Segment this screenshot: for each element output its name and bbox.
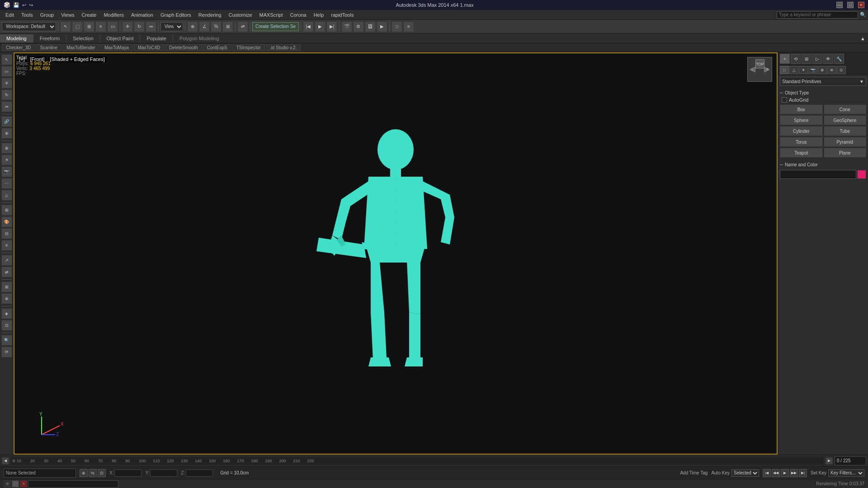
lt-select-btn[interactable]: ↖ xyxy=(1,54,12,65)
tab-modeling[interactable]: Modeling xyxy=(0,34,33,42)
plugin-tab-tsinspector[interactable]: TSInspector xyxy=(232,44,265,51)
menu-tools[interactable]: Tools xyxy=(18,11,37,19)
object-name-input[interactable] xyxy=(780,170,856,179)
maxscript-clear-btn[interactable]: ⊗ xyxy=(4,480,11,488)
lt-unlink-btn[interactable]: ⊗ xyxy=(1,128,12,139)
play-btn[interactable]: ▶ xyxy=(781,469,789,477)
subtab-helpers[interactable]: ⊕ xyxy=(818,66,827,74)
subtab-systems[interactable]: ⊙ xyxy=(837,66,846,74)
lt-named-sel-btn[interactable]: ◈ xyxy=(1,308,12,319)
reference-dropdown[interactable]: View xyxy=(160,22,183,31)
lt-snap-btn[interactable]: ⊕ xyxy=(1,293,12,304)
timeline-ruler[interactable]: 0 10 20 30 40 50 60 70 80 90 100 110 120… xyxy=(11,457,824,465)
hide-geometry-btn[interactable]: □ xyxy=(392,21,402,32)
primitives-dropdown-button[interactable]: Standard Primitives ▼ xyxy=(780,77,866,86)
mirror-btn[interactable]: ⇌ xyxy=(237,21,248,32)
tab-populate[interactable]: Populate xyxy=(140,34,173,42)
timeline-next-btn[interactable]: ▶ xyxy=(826,457,833,465)
create-selection-button[interactable]: Create Selection Se xyxy=(252,22,299,31)
playback-play-btn[interactable]: ▶ xyxy=(315,21,326,32)
menu-graph-editors[interactable]: Graph Editors xyxy=(157,11,195,19)
lt-schematic-btn[interactable]: ⊞ xyxy=(1,205,12,216)
rp-create-tab[interactable]: + xyxy=(780,54,790,64)
subtab-cameras[interactable]: 📷 xyxy=(808,66,817,74)
render-setup-btn[interactable]: ⚙ xyxy=(353,21,364,32)
rp-motion-tab[interactable]: ▷ xyxy=(812,54,822,64)
lt-move-btn[interactable]: ✛ xyxy=(1,78,12,89)
transform-type-btn[interactable]: ⊡ xyxy=(98,469,106,477)
rp-display-tab[interactable]: 👁 xyxy=(823,54,833,64)
object-type-header[interactable]: ─ Object Type xyxy=(780,89,866,96)
rp-modify-tab[interactable]: ⟲ xyxy=(791,54,801,64)
subtab-shapes[interactable]: △ xyxy=(789,66,798,74)
maxscript-close-btn[interactable]: ✕ xyxy=(20,480,27,488)
select-by-name-btn[interactable]: ≡ xyxy=(95,21,106,32)
next-frame-btn[interactable]: ▶▶ xyxy=(790,469,798,477)
prim-box-btn[interactable]: Box xyxy=(780,104,823,114)
prev-frame-btn[interactable]: ◀◀ xyxy=(772,469,780,477)
maximize-button[interactable]: □ xyxy=(847,2,854,8)
navigation-cube[interactable]: TOP L R xyxy=(747,57,772,82)
workspace-dropdown[interactable]: Workspace: Default xyxy=(2,22,56,31)
prim-torus-btn[interactable]: Torus xyxy=(780,137,823,147)
lt-rect-sel-btn[interactable]: ▭ xyxy=(1,66,12,77)
rendered-frame-btn[interactable]: 🖼 xyxy=(365,21,376,32)
menu-rapidtools[interactable]: rapidTools xyxy=(327,11,357,19)
subtab-lights[interactable]: ☀ xyxy=(799,66,808,74)
menu-rendering[interactable]: Rendering xyxy=(195,11,225,19)
tab-selection[interactable]: Selection xyxy=(66,34,100,42)
absolute-mode-btn[interactable]: ⊕ xyxy=(80,469,88,477)
plugin-tab-maxtomaya[interactable]: MaxToMaya xyxy=(100,44,133,51)
prim-plane-btn[interactable]: Plane xyxy=(824,148,867,158)
plugin-tab-deletesmooth[interactable]: DeleteSmooth xyxy=(165,44,202,51)
menu-corona[interactable]: Corona xyxy=(287,11,310,19)
percent-mode-btn[interactable]: % xyxy=(89,469,97,477)
plugin-tab-checker3d[interactable]: Checker_3D xyxy=(2,44,35,51)
region-select-btn[interactable]: ⬚ xyxy=(72,21,83,32)
lt-material-btn[interactable]: 🎨 xyxy=(1,216,12,227)
lt-rotate-btn[interactable]: ↻ xyxy=(1,89,12,100)
prim-sphere-btn[interactable]: Sphere xyxy=(780,115,823,125)
y-input[interactable] xyxy=(150,469,177,477)
rp-hierarchy-tab[interactable]: ⊞ xyxy=(802,54,811,64)
menu-edit[interactable]: Edit xyxy=(2,11,18,19)
prim-tube-btn[interactable]: Tube xyxy=(824,126,867,136)
prim-geosphere-btn[interactable]: GeoSphere xyxy=(824,115,867,125)
lt-align-btn[interactable]: ⊟ xyxy=(1,228,12,239)
scale-btn[interactable]: ⇔ xyxy=(146,21,156,32)
add-time-tag-btn[interactable]: Add Time Tag xyxy=(680,470,708,475)
goto-start-btn[interactable]: |◀ xyxy=(763,469,771,477)
quick-access-undo[interactable]: ↩ xyxy=(22,2,26,8)
render-btn[interactable]: ▶ xyxy=(377,21,387,32)
timeline-prev-btn[interactable]: ◀ xyxy=(2,457,9,465)
lt-shapes-btn[interactable]: △ xyxy=(1,190,12,201)
menu-help[interactable]: Help xyxy=(310,11,328,19)
lt-helpers-btn[interactable]: ⋯ xyxy=(1,178,12,189)
select-tool-btn[interactable]: ↖ xyxy=(60,21,71,32)
menu-maxscript[interactable]: MAXScript xyxy=(256,11,287,19)
keyfilters-dropdown[interactable]: Key Filters... xyxy=(828,469,864,477)
snap-toggle-btn[interactable]: ⊕ xyxy=(187,21,198,32)
menu-customize[interactable]: Customize xyxy=(225,11,256,19)
color-swatch[interactable] xyxy=(857,170,866,179)
playback-next-btn[interactable]: ▶| xyxy=(326,21,337,32)
lt-lights-btn[interactable]: ☀ xyxy=(1,155,12,165)
autogrid-checkbox[interactable] xyxy=(782,97,787,103)
lt-cameras-btn[interactable]: 📷 xyxy=(1,166,12,177)
subtab-spacewarps[interactable]: ≋ xyxy=(827,66,836,74)
lt-spacing-btn[interactable]: ≡ xyxy=(1,240,12,251)
maxscript-copy-btn[interactable]: □ xyxy=(12,480,19,488)
spinner-snap-btn[interactable]: ⊞ xyxy=(222,21,233,32)
lt-select-filter-btn[interactable]: ⊡ xyxy=(1,320,12,331)
search-input[interactable] xyxy=(777,11,858,19)
autokey-dropdown[interactable]: Selected xyxy=(731,469,759,477)
tab-object-paint[interactable]: Object Paint xyxy=(100,34,141,42)
quick-access-save[interactable]: 💾 xyxy=(13,2,19,8)
rp-utilities-tab[interactable]: 🔧 xyxy=(834,54,844,64)
tab-freeform[interactable]: Freeform xyxy=(33,34,67,42)
rect-select-btn[interactable]: ▭ xyxy=(107,21,118,32)
prim-pyramid-btn[interactable]: Pyramid xyxy=(824,137,867,147)
prim-teapot-btn[interactable]: Teapot xyxy=(780,148,823,158)
menu-modifiers[interactable]: Modifiers xyxy=(100,11,127,19)
render-frame-btn[interactable]: 🎬 xyxy=(341,21,352,32)
